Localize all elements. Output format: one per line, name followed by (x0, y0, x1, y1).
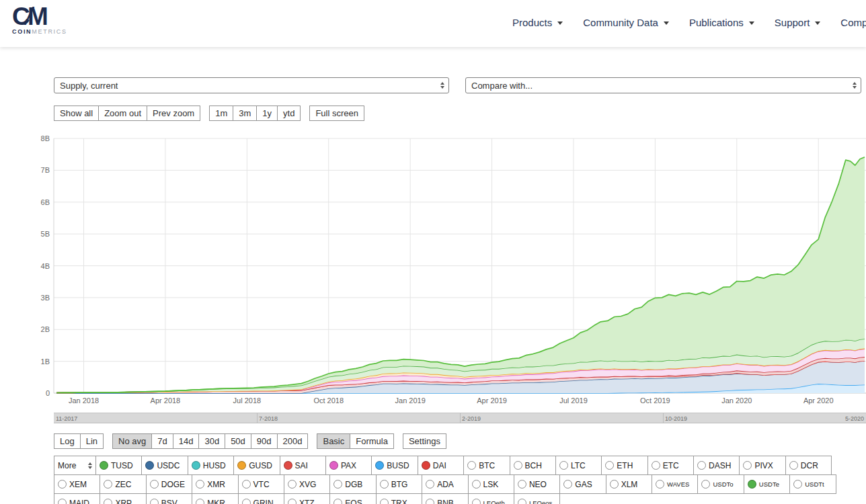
avg-30d-button[interactable]: 30d (198, 433, 225, 449)
unselected-dot-icon (559, 461, 568, 470)
asset-toggle-waves[interactable]: WAVES (652, 474, 698, 494)
navigator-label: 7-2018 (259, 415, 278, 422)
settings-settings-button[interactable]: Settings (403, 433, 446, 449)
asset-toggle-eth[interactable]: ETH (601, 456, 647, 475)
nav-item-products[interactable]: Products (512, 17, 563, 28)
asset-toggle-btg[interactable]: BTG (376, 474, 422, 494)
compare-select[interactable]: Compare with... (465, 77, 861, 93)
mode-basic-button[interactable]: Basic (317, 433, 350, 449)
y-tick-label: 2B (41, 325, 50, 333)
asset-toggle-trx[interactable]: TRX (376, 493, 422, 504)
zoom-prev-zoom-button[interactable]: Prev zoom (147, 106, 200, 121)
avg-7d-button[interactable]: 7d (151, 433, 173, 449)
asset-toggle-leoeth[interactable]: LEOeth (468, 493, 514, 504)
metric-select[interactable]: Supply, current (54, 77, 449, 93)
unselected-dot-icon (467, 461, 476, 470)
scale-log-button[interactable]: Log (54, 433, 81, 449)
asset-toggle-pax[interactable]: PAX (325, 456, 372, 475)
asset-toggle-vtc[interactable]: VTC (238, 474, 284, 494)
logo-coin-text: COIN (12, 28, 32, 35)
asset-toggle-bnb[interactable]: BNB (422, 493, 468, 504)
selected-dot-icon (145, 461, 154, 470)
zoom-show-all-button[interactable]: Show all (54, 106, 99, 121)
asset-toggle-husd[interactable]: HUSD (188, 456, 234, 475)
asset-toggle-tusd[interactable]: TUSD (95, 456, 142, 475)
asset-toggle-doge[interactable]: DOGE (146, 474, 192, 494)
asset-toggle-xem[interactable]: XEM (54, 474, 100, 494)
range-1y-button[interactable]: 1y (256, 106, 278, 121)
scale-lin-button[interactable]: Lin (80, 433, 104, 449)
asset-toggle-gusd[interactable]: GUSD (233, 456, 280, 475)
fullscreen-full-screen-button[interactable]: Full screen (309, 106, 364, 121)
asset-toggle-gas[interactable]: GAS (559, 474, 606, 494)
asset-toggle-btc[interactable]: BTC (463, 456, 510, 475)
y-tick-label: 5B (41, 230, 50, 238)
asset-toggle-dgb[interactable]: DGB (329, 474, 376, 494)
asset-toggle-dai[interactable]: DAI (418, 456, 464, 475)
chart-navigator[interactable]: 11-20177-20182-201910-20195-2020 (54, 413, 866, 423)
asset-label: USDTo (713, 480, 733, 488)
asset-label: DASH (709, 461, 731, 470)
asset-toggle-zec[interactable]: ZEC (100, 474, 146, 494)
asset-toggle-mkr[interactable]: MKR (192, 493, 238, 504)
range-3m-button[interactable]: 3m (233, 106, 257, 121)
more-select-label: More (58, 461, 76, 470)
unselected-dot-icon (426, 499, 434, 504)
y-tick-label: 8B (41, 134, 50, 142)
navigator-label: 5-2020 (845, 415, 864, 422)
supply-chart[interactable]: 01B2B3B4B5B6B7B8BJan 2018Apr 2018Jul 201… (30, 133, 866, 406)
unselected-dot-icon (697, 461, 706, 470)
avg-no-avg-button[interactable]: No avg (112, 433, 152, 449)
asset-toggle-dash[interactable]: DASH (693, 456, 740, 475)
asset-label: LEOeth (483, 499, 505, 504)
range-1m-button[interactable]: 1m (209, 106, 233, 121)
asset-toggle-ltc[interactable]: LTC (555, 456, 602, 475)
asset-toggle-eos[interactable]: EOS (329, 493, 376, 504)
asset-toggle-xlm[interactable]: XLM (606, 474, 652, 494)
avg-14d-button[interactable]: 14d (173, 433, 200, 449)
nav-item-support[interactable]: Support (775, 17, 821, 28)
asset-toggle-ada[interactable]: ADA (422, 474, 468, 494)
asset-label: LTC (571, 461, 586, 470)
asset-toggle-grin[interactable]: GRIN (238, 493, 284, 504)
chart-area[interactable]: 01B2B3B4B5B6B7B8BJan 2018Apr 2018Jul 201… (30, 133, 866, 409)
asset-toggle-pivx[interactable]: PIVX (739, 456, 785, 475)
asset-toggle-usdte[interactable]: USDTe (744, 474, 790, 494)
asset-toggle-bch[interactable]: BCH (510, 456, 556, 475)
nav-item-company[interactable]: Company (840, 17, 866, 28)
asset-toggle-maid[interactable]: MAID (54, 493, 100, 504)
asset-toggle-bsv[interactable]: BSV (146, 493, 192, 504)
avg-90d-button[interactable]: 90d (251, 433, 278, 449)
nav-item-label: Products (512, 17, 552, 28)
asset-toggle-dcr[interactable]: DCR (785, 456, 832, 475)
asset-toggle-xvg[interactable]: XVG (284, 474, 330, 494)
selected-dot-icon (284, 461, 292, 470)
asset-toggle-neo[interactable]: NEO (514, 474, 560, 494)
asset-toggle-lsk[interactable]: LSK (468, 474, 514, 494)
asset-label: BSV (161, 499, 178, 504)
asset-toggle-usdc[interactable]: USDC (141, 456, 188, 475)
asset-toggle-leoeos[interactable]: LEOeos (514, 493, 560, 504)
asset-toggle-xmr[interactable]: XMR (192, 474, 238, 494)
asset-toggle-xtz[interactable]: XTZ (284, 493, 330, 504)
asset-toggle-sai[interactable]: SAI (280, 456, 326, 475)
unselected-dot-icon (793, 480, 802, 489)
x-tick-label: Jan 2020 (721, 396, 752, 405)
asset-toggle-xrp[interactable]: XRP (100, 493, 146, 504)
mode-formula-button[interactable]: Formula (350, 433, 394, 449)
nav-item-publications[interactable]: Publications (689, 17, 754, 28)
compare-select-value: Compare with... (471, 81, 533, 91)
zoom-zoom-out-button[interactable]: Zoom out (98, 106, 147, 121)
nav-item-community-data[interactable]: Community Data (583, 17, 669, 28)
asset-toggle-busd[interactable]: BUSD (371, 456, 418, 475)
avg-50d-button[interactable]: 50d (225, 433, 251, 449)
x-tick-label: Jul 2018 (233, 396, 262, 405)
range-ytd-button[interactable]: ytd (277, 106, 301, 121)
asset-toggle-usdto[interactable]: USDTo (697, 474, 744, 494)
avg-200d-button[interactable]: 200d (277, 433, 309, 449)
coinmetrics-logo[interactable]: C/M COINMETRICS (12, 3, 67, 35)
spinner-down-arrow (88, 466, 92, 469)
more-assets-select[interactable]: More (54, 456, 96, 475)
asset-toggle-etc[interactable]: ETC (647, 456, 694, 475)
asset-toggle-usdtt[interactable]: USDTt (789, 474, 836, 494)
